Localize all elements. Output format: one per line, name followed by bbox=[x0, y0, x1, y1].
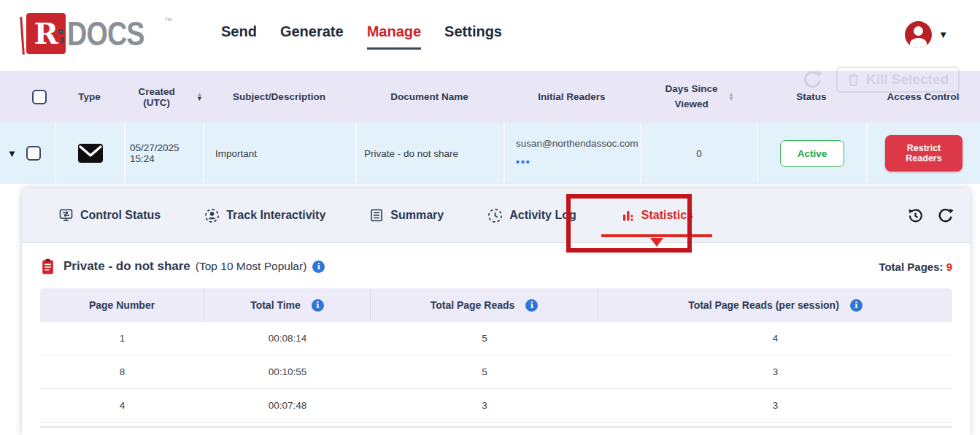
restrict-readers-button[interactable]: Restrict Readers bbox=[885, 135, 962, 172]
row-initial-reader-email: susan@northendassoc.com ••• bbox=[516, 135, 640, 172]
top-navigation-bar: R DOCS ™ Send Generate Manage Settings ▼ bbox=[0, 0, 980, 71]
detail-tabbar: Control Status Track Interactivity Summa… bbox=[22, 188, 971, 243]
logo-wordmark: DOCS bbox=[67, 13, 144, 54]
expand-row-icon[interactable]: ▼ bbox=[7, 148, 17, 159]
row-document-name: Private - do not share bbox=[355, 123, 503, 184]
sort-down-icon[interactable]: ▼ bbox=[728, 97, 735, 101]
row-created-date: 05/27/2025 15:24 bbox=[124, 123, 203, 184]
lock-keyhole-icon bbox=[58, 29, 63, 34]
refresh-icon[interactable] bbox=[937, 207, 954, 225]
total-pages-value: 9 bbox=[946, 261, 952, 273]
stats-col-total-time: Total Time i bbox=[204, 288, 371, 322]
tab-track-interactivity[interactable]: Track Interactivity bbox=[204, 208, 325, 223]
info-icon[interactable]: i bbox=[850, 299, 863, 312]
column-header-initial-readers[interactable]: Initial Readers bbox=[503, 71, 640, 123]
document-detail-panel: Control Status Track Interactivity Summa… bbox=[22, 188, 971, 435]
column-header-subject[interactable]: Subject/Description bbox=[203, 71, 355, 123]
stats-subtitle: (Top 10 Most Popular) bbox=[196, 260, 307, 273]
trash-icon bbox=[847, 72, 860, 87]
logo-r-letter: R bbox=[34, 19, 58, 48]
statistics-table: Page Number Total Time i Total Page Read… bbox=[40, 288, 952, 428]
stats-col-reads-per-session: Total Page Reads (per session) i bbox=[598, 288, 952, 322]
sort-down-icon[interactable]: ▼ bbox=[196, 97, 203, 101]
select-all-checkbox[interactable] bbox=[32, 90, 47, 104]
history-icon[interactable] bbox=[906, 207, 925, 225]
nav-item-generate[interactable]: Generate bbox=[280, 23, 344, 50]
tab-summary[interactable]: Summary bbox=[369, 208, 444, 223]
column-header-document-name[interactable]: Document Name bbox=[355, 71, 503, 123]
sort-days-icons[interactable]: ▲ ▼ bbox=[728, 93, 735, 101]
row-subject: Important bbox=[203, 123, 355, 184]
documents-table-header: Type Created (UTC) ▲ ▼ Subject/Descripti… bbox=[0, 71, 980, 123]
info-icon[interactable]: i bbox=[525, 299, 538, 312]
document-clipboard-icon bbox=[40, 258, 55, 275]
document-row[interactable]: ▼ 05/27/2025 15:24 Important Private - d… bbox=[0, 123, 980, 184]
row-checkbox[interactable] bbox=[26, 146, 41, 161]
panel-actions bbox=[906, 188, 954, 243]
tab-control-status[interactable]: Control Status bbox=[58, 208, 161, 223]
rdocs-logo[interactable]: R DOCS ™ bbox=[26, 12, 172, 58]
user-avatar-icon[interactable] bbox=[905, 21, 932, 48]
row-days-since-viewed: 0 bbox=[640, 123, 757, 184]
stats-col-total-page-reads: Total Page Reads i bbox=[371, 288, 598, 322]
column-header-type[interactable]: Type bbox=[55, 71, 124, 123]
nav-item-settings[interactable]: Settings bbox=[444, 23, 502, 50]
column-header-created[interactable]: Created (UTC) ▲ ▼ bbox=[124, 71, 203, 123]
nav-item-manage[interactable]: Manage bbox=[367, 23, 421, 50]
table-row: 1 00:08:14 5 4 bbox=[40, 322, 952, 355]
stats-col-page-number: Page Number bbox=[40, 288, 204, 322]
summary-icon bbox=[369, 208, 384, 223]
table-row: 4 00:07:48 3 3 bbox=[40, 389, 952, 423]
status-active-button[interactable]: Active bbox=[780, 140, 844, 167]
more-readers-icon[interactable]: ••• bbox=[516, 156, 531, 168]
statistics-table-header: Page Number Total Time i Total Page Read… bbox=[40, 288, 952, 322]
kill-selected-button-disabled: Kill Selected bbox=[836, 66, 960, 93]
email-type-icon bbox=[77, 143, 104, 163]
nav-item-send[interactable]: Send bbox=[221, 23, 257, 50]
statistics-icon bbox=[620, 208, 635, 223]
refresh-icon-disabled bbox=[802, 67, 824, 95]
control-status-icon bbox=[58, 208, 74, 223]
column-header-days-since-viewed[interactable]: Days Since Viewed ▲ ▼ bbox=[640, 71, 757, 123]
next-row-edge bbox=[40, 423, 952, 428]
track-interactivity-icon bbox=[204, 208, 220, 223]
statistics-title-row: Private - do not share (Top 10 Most Popu… bbox=[40, 254, 952, 279]
activity-log-icon bbox=[487, 208, 503, 223]
tab-activity-log[interactable]: Activity Log bbox=[487, 208, 576, 223]
stats-document-name: Private - do not share bbox=[63, 259, 190, 274]
table-row: 8 00:10:55 5 3 bbox=[40, 355, 952, 389]
tab-statistics[interactable]: Statistics bbox=[620, 208, 693, 223]
user-account-menu[interactable]: ▼ bbox=[905, 21, 948, 48]
total-pages: Total Pages: 9 bbox=[879, 261, 952, 273]
active-tab-underline bbox=[601, 234, 712, 237]
chevron-down-icon[interactable]: ▼ bbox=[938, 29, 948, 40]
info-icon[interactable]: i bbox=[312, 261, 325, 273]
info-icon[interactable]: i bbox=[312, 299, 324, 312]
main-menu: Send Generate Manage Settings bbox=[221, 23, 502, 50]
trademark-symbol: ™ bbox=[164, 16, 172, 25]
active-tab-pointer bbox=[650, 238, 663, 247]
sort-created-icons[interactable]: ▲ ▼ bbox=[196, 93, 203, 101]
